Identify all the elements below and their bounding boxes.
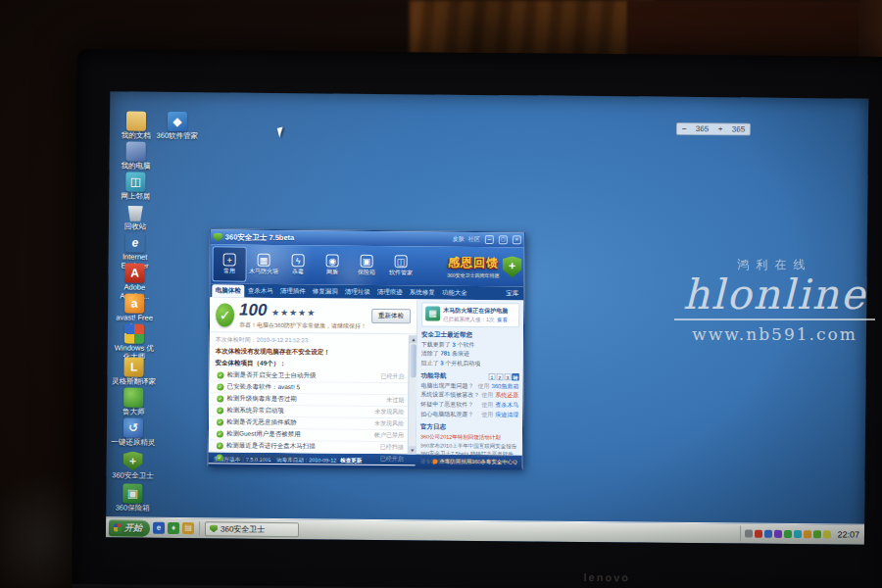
nav-link[interactable]: 查杀木马 <box>495 401 518 411</box>
page-3-button[interactable]: 3 <box>504 373 511 380</box>
task-button-360[interactable]: 360安全卫士 <box>205 521 299 537</box>
laptop-bezel: 我的文档 我的电脑 ◫网上邻居 回收站 eInternet Explorer A… <box>72 49 882 588</box>
safebox-icon: ▣ <box>361 254 373 267</box>
exam-row: ✓检测是否开启局域网防火墙已经开启 <box>209 452 416 466</box>
exam-score: 100 <box>239 300 268 318</box>
system-tray: 22:07 <box>740 526 861 543</box>
desktop-icon-360-software-manager[interactable]: ◆360软件管家 <box>155 112 200 141</box>
scroll-up-arrow[interactable]: ▲ <box>410 335 417 343</box>
score-caption: 恭喜！电脑在360防护下非常健康，请继续保持！ <box>239 320 367 330</box>
rescan-button[interactable]: 重新体检 <box>371 309 411 323</box>
tray-qq-icon[interactable] <box>774 530 782 538</box>
photo-backdrop: 我的文档 我的电脑 ◫网上邻居 回收站 eInternet Explorer A… <box>0 0 882 588</box>
start-button[interactable]: 开始 <box>109 519 150 536</box>
nav-link[interactable]: 痕迹清理 <box>495 411 518 420</box>
exam-panel: ✓ 100 ★★★★★ 恭喜！电脑在360防护下非常健康，请继续保持！ 重新体检… <box>209 297 418 454</box>
nav-link[interactable]: 360急救箱 <box>491 382 518 392</box>
windows-flag-icon <box>114 523 122 531</box>
check-icon: ✓ <box>217 442 223 449</box>
ludashi-icon <box>123 387 143 407</box>
desktop-icon-360-safebox[interactable]: ▣360保险箱 <box>110 483 155 513</box>
nav-antivirus[interactable]: ϟ杀毒 <box>280 247 315 282</box>
scroll-down-arrow[interactable]: ▼ <box>409 446 416 454</box>
minimize-button[interactable]: ‒ <box>485 235 494 244</box>
footer-promo[interactable]: 杀毒防黑就用360杀毒安全中心Q <box>439 459 517 466</box>
tray-network-icon[interactable] <box>794 530 802 538</box>
scrollbar[interactable]: ▲ ▼ <box>408 335 416 454</box>
adobe-icon: A <box>124 263 144 282</box>
tab-all-functions[interactable]: 功能大全 <box>438 287 470 300</box>
nav-safebox[interactable]: ▣保险箱 <box>349 248 383 283</box>
desktop-counter-widget[interactable]: − 365 + 365 <box>676 122 751 136</box>
recycle-bin-icon <box>125 202 145 221</box>
check-icon: ✓ <box>217 407 223 414</box>
tab-exam[interactable]: 电脑体检 <box>212 284 244 297</box>
tray-avast-icon[interactable] <box>813 530 821 538</box>
nav-web-shield[interactable]: ◉网盾 <box>315 247 349 282</box>
desktop-icon-onekey-restore[interactable]: ↺一键还原精灵 <box>111 417 156 447</box>
quicklaunch-ie-icon[interactable]: e <box>153 522 165 534</box>
view-link[interactable]: 查看 <box>497 317 508 323</box>
nav-common[interactable]: +常用 <box>212 246 246 281</box>
close-button[interactable]: × <box>513 235 521 244</box>
anniversary-banner[interactable]: 感恩回馈 360安全卫士四周年特惠 + <box>419 248 521 284</box>
right-sidebar: ▦ 木马防火墙正在保护电脑 已拦截系统入侵：1次 查看 安全卫士最近帮您 下载更… <box>416 299 524 455</box>
page-2-button[interactable]: 2 <box>496 373 503 380</box>
lenovo-logo: lenovo <box>583 571 630 583</box>
widget-plus[interactable]: + <box>718 124 723 133</box>
desktop-icon-360-safe[interactable]: +360安全卫士 <box>110 451 155 480</box>
common-icon: + <box>223 253 236 266</box>
tray-360-guard-icon[interactable] <box>784 530 792 538</box>
web-shield-icon: ◉ <box>326 254 339 267</box>
titlebar-link-community[interactable]: 社区 <box>468 235 480 244</box>
avast-icon: a <box>124 293 144 313</box>
recent-help-title: 安全卫士最近帮您 <box>421 330 519 340</box>
desktop-icon-my-computer[interactable]: 我的电脑 <box>114 141 159 171</box>
quicklaunch-folder-icon[interactable]: ▤ <box>182 522 194 534</box>
tray-update-icon[interactable] <box>804 530 811 538</box>
check-icon: ✓ <box>217 383 223 390</box>
tab-scan-trojan[interactable]: 查杀木马 <box>244 285 276 298</box>
widget-value-1: 365 <box>696 124 709 133</box>
nav-link[interactable]: 系统还原 <box>495 392 518 402</box>
nav-trojan-firewall[interactable]: ▦木马防火墙 <box>246 247 280 282</box>
page-1-button[interactable]: 1 <box>488 373 495 380</box>
desktop-icon-my-documents[interactable]: 我的文档 <box>114 111 159 140</box>
tab-treasury[interactable]: 宝库 <box>503 287 521 300</box>
official-log-item[interactable]: 360公司2012年特别回馈活动计划 <box>420 433 518 442</box>
desktop-icon-ludashi[interactable]: 鲁大师 <box>111 387 156 416</box>
tray-messenger-icon[interactable] <box>764 530 772 538</box>
window-title: 360安全卫士 7.5beta <box>225 232 295 243</box>
titlebar-link-skin[interactable]: 皮肤 <box>453 235 465 244</box>
quicklaunch-desktop-icon[interactable]: ♦ <box>168 522 179 534</box>
widget-minus[interactable]: − <box>682 124 687 133</box>
tab-clean-junk[interactable]: 清理垃圾 <box>341 286 373 299</box>
tray-clock[interactable]: 22:07 <box>837 529 859 539</box>
desktop-icon-network-places[interactable]: ◫网上邻居 <box>113 172 158 201</box>
score-stars: ★★★★★ <box>271 307 316 317</box>
recent-row: 阻止了 3 个开机启动项 <box>421 359 519 368</box>
tray-ati-icon[interactable] <box>755 530 762 538</box>
app-shield-icon <box>214 232 222 241</box>
check-icon: ✓ <box>217 371 223 378</box>
laptop-hinge <box>72 584 882 588</box>
desktop-icon-recycle-bin[interactable]: 回收站 <box>113 202 158 231</box>
widget-value-2: 365 <box>732 124 745 133</box>
firewall-status-box: ▦ 木马防火墙正在保护电脑 已拦截系统入侵：1次 查看 <box>421 302 519 327</box>
tray-volume-icon[interactable] <box>745 530 753 538</box>
firewall-status-title: 木马防火墙正在保护电脑 <box>443 307 508 317</box>
scroll-thumb[interactable] <box>411 344 416 377</box>
tab-clean-plugins[interactable]: 清理插件 <box>276 285 309 298</box>
function-nav-row: 担心电脑隐私泄露？使用痕迹清理 <box>420 410 518 420</box>
desktop-icon-lingoes[interactable]: L灵格斯翻译家 <box>111 357 156 386</box>
tab-system-repair[interactable]: 系统修复 <box>406 286 438 299</box>
nav-software-manager[interactable]: ◫软件管家 <box>383 248 417 283</box>
taskbar: 开始 e ♦ ▤ 360安全卫士 <box>106 516 864 544</box>
tray-battery-icon[interactable] <box>823 530 831 538</box>
tab-fix-vulns[interactable]: 修复漏洞 <box>309 285 341 298</box>
firewall-icon: ▦ <box>258 253 270 266</box>
tab-clean-traces[interactable]: 清理痕迹 <box>373 286 406 299</box>
desktop-icon-windows-youhua[interactable]: Windows 优化大师 <box>112 323 157 362</box>
page-next-button[interactable]: 转 <box>512 373 518 380</box>
maximize-button[interactable]: □ <box>499 235 508 244</box>
